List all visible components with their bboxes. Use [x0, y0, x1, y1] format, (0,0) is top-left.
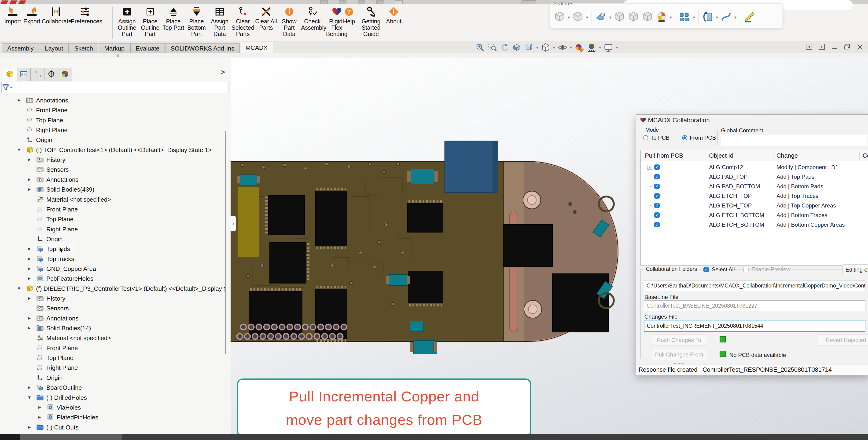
tree-item-top-plane[interactable]: Top Plane	[0, 214, 225, 224]
collapsed-arrow-icon[interactable]: ▸	[28, 295, 31, 301]
tree-item-annotations[interactable]: ▸AAnnotations	[0, 175, 225, 184]
clear-selected-parts-button[interactable]: Clear Selected Parts	[231, 6, 254, 37]
place-bottom-part-button[interactable]: Place Bottom Part	[185, 6, 208, 37]
edit-appearance-icon[interactable]	[575, 42, 584, 53]
quick-access-save-icon[interactable]	[320, 0, 328, 4]
tab-mcadx[interactable]: MCADX	[240, 42, 273, 53]
assign-outline-part-button[interactable]: Assign Outline Part	[116, 6, 138, 37]
column-header-co[interactable]: Co	[863, 152, 868, 159]
collapsed-arrow-icon[interactable]: ▸	[28, 266, 31, 272]
selected-component[interactable]	[445, 141, 498, 193]
hide-show-items-caret-icon[interactable]: ▾	[570, 45, 572, 50]
enable-preview-checkbox[interactable]: Enable Preview	[743, 266, 790, 273]
zoom-to-area-icon[interactable]	[487, 42, 497, 53]
collaborate-button[interactable]: Collaborate	[42, 6, 70, 25]
zoom-to-fit-icon[interactable]	[475, 42, 485, 53]
panel-collapse-handle[interactable]	[117, 54, 119, 57]
filter-caret-icon[interactable]: ▾	[10, 85, 12, 90]
tree-item-platedpinholes[interactable]: ▸PlatedPinHoles	[0, 412, 225, 422]
hide-show-items-icon[interactable]	[558, 42, 567, 53]
display-style-caret-icon[interactable]: ▾	[553, 45, 555, 50]
tree-scrollbar[interactable]	[225, 131, 226, 354]
collapsed-arrow-icon[interactable]: ▸	[28, 315, 31, 321]
tree-item-boardoutline[interactable]: ▸BoardOutline	[0, 383, 225, 393]
tree-item-front-plane[interactable]: Front Plane	[0, 343, 225, 353]
display-style-icon[interactable]	[541, 42, 551, 53]
close-button[interactable]	[856, 43, 863, 52]
tree-item-right-plane[interactable]: Right Plane	[0, 125, 225, 135]
check-assembly-button[interactable]: Check Assembly	[301, 6, 324, 31]
tab-markup[interactable]: Markup	[99, 43, 130, 53]
export-button[interactable]: Export	[23, 6, 41, 25]
change-row[interactable]: ✓ALG:ETCH_BOTTOMAdd | Bottom Traces	[641, 210, 868, 220]
tree-item-origin[interactable]: Origin	[0, 234, 225, 244]
expanded-arrow-icon[interactable]: ▾	[18, 147, 20, 153]
view-orientation-icon[interactable]	[524, 42, 534, 53]
tree-item-history[interactable]: ▸History	[0, 155, 225, 165]
next-pane-button[interactable]	[818, 43, 826, 52]
tree-item-solid-bodies-439-[interactable]: ▸Solid Bodies(439)	[0, 184, 225, 194]
view-settings-icon[interactable]	[603, 42, 613, 53]
revert-rejected-button[interactable]: Revert Rejected Chan	[818, 335, 868, 346]
tab-assembly[interactable]: Assembly	[2, 43, 39, 53]
tree-item-toptracks[interactable]: ▸TopTracks	[0, 254, 225, 264]
tree-item-sensors[interactable]: Sensors	[0, 303, 225, 313]
collapsed-arrow-icon[interactable]: ▸	[38, 404, 41, 410]
tree-item-history[interactable]: ▸History	[0, 294, 225, 303]
flex-caret-icon[interactable]: ▾	[716, 14, 718, 20]
tree-item-pcbfeatureholes[interactable]: ▸PcbFeatureHoles	[0, 274, 225, 283]
curve-icon[interactable]	[720, 11, 732, 24]
quick-access-print-icon[interactable]	[339, 0, 346, 4]
tree-item-right-plane[interactable]: Right Plane	[0, 224, 225, 234]
collapsed-arrow-icon[interactable]: ▸	[28, 325, 31, 331]
tree-item-front-plane[interactable]: Front Plane	[0, 204, 225, 214]
previous-view-icon[interactable]	[500, 42, 509, 53]
tree-item-material-not-specified-[interactable]: Material <not specified>	[0, 333, 225, 343]
tree-item-annotations[interactable]: ▸AAnnotations	[0, 95, 225, 105]
change-row[interactable]: ✓ALG:ETCH_BOTTOMAdd | Bottom Copper Area…	[641, 220, 868, 230]
row-checkbox[interactable]: ✓	[654, 222, 660, 227]
tree-item-origin[interactable]: Origin	[0, 373, 225, 383]
radio-to-pcb[interactable]: To PCB	[643, 135, 670, 141]
collapsed-arrow-icon[interactable]: ▸	[28, 176, 31, 182]
select-all-checkbox[interactable]: ✓ Select All	[704, 266, 735, 273]
push-changes-button[interactable]: Push Changes To PCB	[652, 335, 706, 346]
about-button[interactable]: About	[384, 6, 403, 25]
view-orientation-caret-icon[interactable]: ▾	[536, 45, 538, 50]
boss-extrude-caret-icon[interactable]: ▾	[568, 14, 570, 20]
select-tool-pressed-icon[interactable]	[522, 0, 536, 4]
tree-item-front-plane[interactable]: Front Plane	[0, 105, 225, 115]
collapsed-arrow-icon[interactable]: ▸	[28, 424, 31, 430]
tab-layout[interactable]: Layout	[39, 43, 69, 53]
preferences-button[interactable]: Preferences	[71, 6, 99, 25]
import-button[interactable]: Import	[3, 6, 22, 25]
tab-evaluate[interactable]: Evaluate	[130, 43, 165, 53]
tree-item-top-plane[interactable]: Top Plane	[0, 115, 225, 125]
filter-funnel-icon[interactable]	[2, 83, 9, 92]
revolved-boss-icon[interactable]	[572, 11, 584, 24]
tree-item--f-top-controllertest-1-defaul[interactable]: ▾(f) TOP_ControllerTest<1> (Default) <<D…	[0, 145, 225, 155]
changes-file-field[interactable]: ControllerTest_INCREMENT_20250801T081544	[644, 320, 865, 332]
pull-changes-button[interactable]: Pull Changes From PCB	[652, 349, 706, 360]
panel-tab-configurations[interactable]	[31, 68, 44, 81]
apply-scene-caret-icon[interactable]: ▾	[599, 45, 601, 50]
collapsed-arrow-icon[interactable]: ▸	[28, 186, 31, 192]
quick-access-rebuild-icon[interactable]	[376, 0, 384, 4]
tree-item-viaholes[interactable]: ▸ViaHoles	[0, 403, 225, 412]
tree-item--f-dielectric-p3-controllertes[interactable]: ▾(f) DIELECTRIC_P3_ControllerTest<1> (De…	[0, 284, 225, 294]
measure-ruler-icon[interactable]	[743, 11, 755, 24]
tree-item-right-plane[interactable]: Right Plane	[0, 363, 225, 373]
tree-item-sensors[interactable]: Sensors	[0, 165, 225, 174]
tree-item-annotations[interactable]: ▸AAnnotations	[0, 313, 225, 323]
expanded-arrow-icon[interactable]: ▾	[28, 395, 31, 401]
row-checkbox[interactable]: ✓	[654, 193, 660, 199]
collapsed-arrow-icon[interactable]: ▸	[28, 246, 31, 252]
linear-pattern-caret-icon[interactable]: ▾	[693, 14, 695, 20]
quick-access-options-icon[interactable]	[395, 0, 403, 4]
minimize-button[interactable]	[831, 43, 838, 52]
lofted-boss-icon[interactable]	[613, 11, 625, 24]
swept-boss-icon[interactable]	[595, 11, 607, 24]
tree-item-solid-bodies-14-[interactable]: ▸Solid Bodies(14)	[0, 323, 225, 333]
tab-sketch[interactable]: Sketch	[69, 43, 98, 53]
tree-item--drilledholes[interactable]: ▾(-) DrilledHoles	[0, 393, 225, 403]
